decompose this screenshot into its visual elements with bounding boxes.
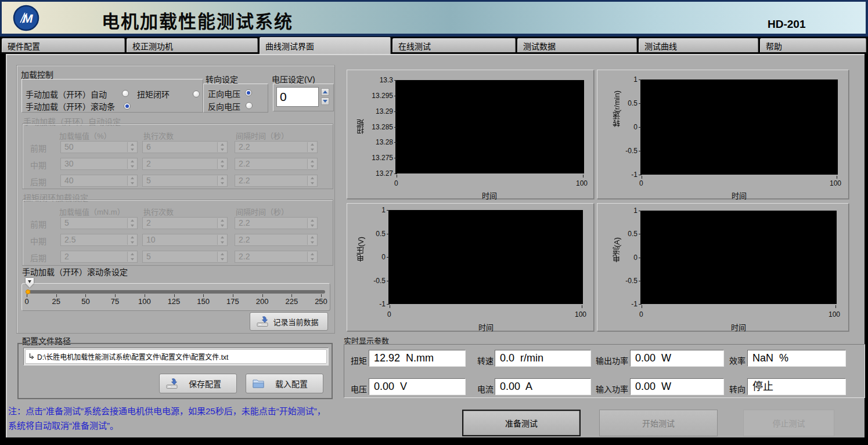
slider-tick-label: 225	[280, 297, 303, 306]
voltage-decrement-button[interactable]	[321, 97, 329, 105]
tab-在线测试[interactable]: 在线测试	[392, 38, 516, 52]
x-axis-tick-mark	[642, 176, 642, 179]
x-axis-title: 时间	[732, 190, 747, 201]
param-value-输入功率: 0.00 W	[630, 378, 724, 395]
slider-track[interactable]	[26, 290, 325, 294]
chart-plot-area[interactable]	[640, 211, 837, 304]
torque_loop-field-spinner	[217, 252, 226, 262]
param-value-扭矩: 12.92 N.mm	[369, 350, 466, 367]
manual_auto-value-field: 5	[142, 175, 228, 187]
x-axis-tick-label: 100	[830, 179, 841, 187]
y-axis-tick-mark	[639, 234, 642, 234]
torque_loop-column-header: 加载幅值（mN.m）	[59, 206, 125, 217]
slider-tick-label: 250	[309, 297, 333, 306]
note-line-1: 注：点击“准备测试”系统会接通电机供电电源，如果25秒后，未能点击“开始测试”，	[8, 404, 326, 417]
y-axis-tick-label: -0.5	[603, 277, 638, 285]
y-axis-title: 电压(V)	[355, 237, 366, 262]
chart-plot-area[interactable]	[395, 80, 584, 173]
torque_loop-row-label: 中期	[30, 235, 46, 247]
mode-manual-auto-radio[interactable]	[122, 90, 129, 97]
param-value-效率: NaN %	[747, 350, 846, 367]
direction-reverse-radio[interactable]	[246, 102, 253, 109]
slider-tick-label: 150	[192, 297, 215, 306]
slider-title: 手动加载（开环）滚动条设定	[22, 266, 128, 277]
param-value-输出功率: 0.00 W	[630, 350, 724, 367]
param-label-输入功率: 输入功率	[591, 383, 628, 395]
y-axis-tick-label: 13.3	[358, 76, 393, 84]
param-label-转向: 转向	[726, 383, 745, 395]
voltage-increment-button[interactable]	[321, 88, 329, 96]
y-axis-tick-label: -0.5	[603, 147, 638, 155]
x-axis-tick-label: 0	[639, 310, 643, 319]
config-path-input[interactable]: D:\长胜电机加载性能测试系统\配置文件\配置文件\配置文件.txt	[25, 349, 327, 364]
x-axis-tick-mark	[582, 305, 582, 308]
slider-tick-label: 25	[45, 297, 68, 306]
y-axis-tick-mark	[639, 211, 642, 211]
mode-manual-auto-label: 手动加载（开环）自动	[26, 88, 107, 100]
y-axis-tick-label: 1	[351, 206, 386, 214]
voltage-set-title: 电压设定(V)	[272, 73, 315, 85]
manual_auto-column-header: 间隔时间（秒）	[236, 130, 289, 141]
mode-manual-slider-radio[interactable]	[124, 103, 131, 110]
torque_loop-field-spinner	[217, 235, 226, 245]
manual_auto-field-spinner	[127, 176, 136, 186]
y-axis-tick-mark	[387, 281, 390, 281]
chart-panel-扭矩: 13.313.29513.2913.28513.2813.27513.27010…	[347, 70, 594, 199]
tab-bar: 硬件配置校正测功机曲线测试界面在线测试测试数据测试曲线帮助	[0, 37, 868, 54]
y-axis-tick-mark	[394, 142, 397, 143]
save-config-button[interactable]: 保存配置	[159, 374, 237, 393]
y-axis-tick-label: 1	[603, 75, 638, 84]
tab-曲线测试界面[interactable]: 曲线测试界面	[260, 37, 391, 54]
param-label-扭矩: 扭矩	[347, 354, 367, 366]
action-button-准备测试[interactable]: 准备测试	[462, 410, 581, 436]
tab-校正测功机[interactable]: 校正测功机	[127, 38, 258, 52]
torque_loop-column-header: 间隔时间（秒）	[236, 206, 289, 217]
manual_auto-value-field: 2.2	[235, 141, 318, 153]
param-label-转速: 转速	[473, 354, 494, 366]
tab-测试数据[interactable]: 测试数据	[517, 38, 637, 52]
company-logo-icon: M	[13, 5, 39, 31]
mode-torque-loop-radio[interactable]	[193, 91, 200, 97]
slider-tick-label: 75	[103, 297, 127, 306]
y-axis-tick-mark	[394, 158, 397, 158]
x-axis-tick-mark	[837, 176, 837, 179]
record-data-button[interactable]: 记录当前数据	[250, 312, 328, 331]
voltage-input[interactable]: 0	[276, 87, 319, 107]
tab-硬件配置[interactable]: 硬件配置	[2, 38, 125, 52]
y-axis-tick-mark	[387, 257, 390, 258]
tab-帮助[interactable]: 帮助	[760, 38, 866, 52]
config-path-text: D:\长胜电机加载性能测试系统\配置文件\配置文件\配置文件.txt	[37, 352, 228, 361]
direction-forward-radio[interactable]	[245, 89, 252, 96]
manual_auto-field-spinner	[307, 159, 316, 169]
param-label-输出功率: 输出功率	[591, 354, 628, 366]
chart-plot-area[interactable]	[640, 79, 838, 175]
tab-测试曲线[interactable]: 测试曲线	[639, 38, 758, 52]
load-config-label: 载入配置	[265, 378, 323, 389]
action-button-开始测试: 开始测试	[599, 410, 718, 436]
title-bar: M 电机加载性能测试系统 HD-201	[0, 0, 868, 37]
model-number: HD-201	[768, 18, 805, 31]
y-axis-tick-label: 13.29	[358, 107, 393, 115]
torque_loop-row-label: 前期	[30, 218, 46, 230]
y-axis-tick-mark	[387, 234, 390, 234]
torque_loop-row-label: 后期	[30, 252, 46, 263]
manual-auto-group-box: 加载幅值（%）执行次数间隔时间（秒）前期5062.2中期3022.2后期4052…	[22, 124, 333, 189]
x-axis-tick-label: 100	[829, 310, 840, 319]
chart-panel-电压(V): 10.50-0.5-10100时间电压(V)	[347, 203, 594, 331]
path-symbol-icon	[28, 352, 35, 361]
y-axis-tick-label: -0.5	[351, 277, 386, 285]
slider-handle[interactable]	[26, 278, 34, 288]
y-axis-tick-mark	[639, 79, 642, 80]
y-axis-tick-label: -1	[351, 300, 386, 308]
torque_loop-value-field: 10	[142, 234, 228, 246]
chart-plot-area[interactable]	[388, 210, 583, 304]
x-axis-tick-mark	[397, 175, 397, 178]
x-axis-tick-mark	[835, 305, 836, 308]
slider-tick-label: 200	[251, 297, 274, 306]
param-label-电流: 电流	[473, 383, 494, 395]
load-config-button[interactable]: 载入配置	[246, 374, 323, 393]
y-axis-tick-mark	[639, 175, 642, 175]
y-axis-tick-mark	[639, 151, 642, 151]
y-axis-tick-mark	[639, 304, 642, 305]
y-axis-title: 扭矩	[355, 119, 366, 134]
